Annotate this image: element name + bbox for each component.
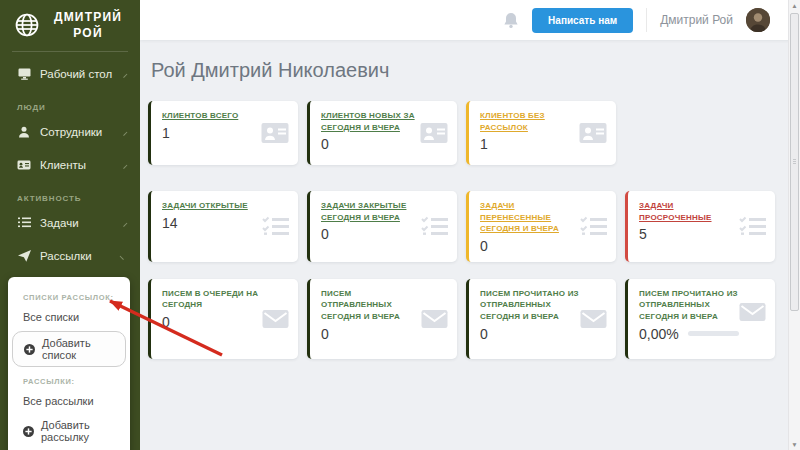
submenu-item-label: Все списки <box>23 311 79 323</box>
stat-card-tasks-open[interactable]: ЗАДАЧИ ОТКРЫТЫЕ 14 <box>148 191 298 262</box>
envelope-icon <box>739 303 766 322</box>
task-list-icon <box>739 216 766 237</box>
sidebar-item-tasks[interactable]: Задачи <box>0 206 140 239</box>
sidebar-item-label: Клиенты <box>40 159 86 171</box>
stat-card-value: 5 <box>639 226 739 242</box>
stat-card-title[interactable]: КЛИЕНТОВ НОВЫХ ЗА СЕГОДНЯ И ВЧЕРА <box>321 110 421 133</box>
submenu-item-add-list[interactable]: Добавить список <box>12 331 126 367</box>
stat-card-tasks-overdue[interactable]: ЗАДАЧИ ПРОСРОЧЕННЫЕ 5 <box>625 191 775 262</box>
stat-card-clients-new[interactable]: КЛИЕНТОВ НОВЫХ ЗА СЕГОДНЯ И ВЧЕРА 0 <box>307 101 457 165</box>
sidebar-section-activity: АКТИВНОСТЬ <box>0 181 140 206</box>
stat-card-letters-queued[interactable]: ПИСЕМ В ОЧЕРЕДИ НА СЕГОДНЯ 0 <box>148 279 298 359</box>
stat-card-letters-read-count[interactable]: ПИСЕМ ПРОЧИТАНО ИЗ ОТПРАВЛЕННЫХ СЕГОДНЯ … <box>466 279 616 359</box>
submenu-label-lists: СПИСКИ РАССЫЛОК: <box>8 285 130 305</box>
stat-card-title[interactable]: КЛИЕНТОВ ВСЕГО <box>162 110 262 122</box>
page-title: Рой Дмитрий Николаевич <box>151 59 800 82</box>
stat-card-title: ПИСЕМ ПРОЧИТАНО ИЗ ОТПРАВЛЕННЫХ СЕГОДНЯ … <box>480 288 580 323</box>
user-name[interactable]: Дмитрий Рой <box>660 13 733 27</box>
app-title: ДМИТРИЙ РОЙ <box>48 9 128 41</box>
chevron-right-icon <box>120 128 128 136</box>
id-card-icon <box>17 160 31 170</box>
envelope-icon <box>421 309 448 328</box>
task-list-icon <box>17 217 31 228</box>
stat-card-title: ПИСЕМ В ОЧЕРЕДИ НА СЕГОДНЯ <box>162 288 262 311</box>
sidebar-item-workspace[interactable]: Рабочий стол <box>0 57 140 90</box>
scrollbar-up-arrow[interactable]: ▲ <box>789 0 800 11</box>
submenu-item-all-lists[interactable]: Все списки <box>8 305 130 329</box>
stat-card-tasks-rescheduled[interactable]: ЗАДАЧИ ПЕРЕНЕСЕННЫЕ СЕГОДНЯ И ВЧЕРА 0 <box>466 191 616 262</box>
stat-card-value: 0 <box>480 326 580 342</box>
stat-card-value-row: 0,00% <box>639 326 739 342</box>
plus-circle-icon <box>23 426 34 437</box>
topbar-divider <box>646 8 647 32</box>
task-list-icon <box>421 216 448 237</box>
task-list-icon <box>580 216 607 237</box>
stat-card-row-clients: КЛИЕНТОВ ВСЕГО 1 КЛИЕНТОВ НОВЫХ ЗА СЕГОД… <box>148 101 800 165</box>
sidebar-item-clients[interactable]: Клиенты <box>0 148 140 181</box>
desktop-icon <box>17 68 31 80</box>
stat-card-title[interactable]: ЗАДАЧИ ПЕРЕНЕСЕННЫЕ СЕГОДНЯ И ВЧЕРА <box>480 200 580 235</box>
sidebar-item-label: Рассылки <box>40 250 92 262</box>
sidebar-item-label: Сотрудники <box>40 126 102 138</box>
stat-card-value: 0 <box>321 136 421 152</box>
stat-card-row-letters: ПИСЕМ В ОЧЕРЕДИ НА СЕГОДНЯ 0 ПИСЕМ ОТПРА… <box>148 279 800 359</box>
stat-card-title: ПИСЕМ ПРОЧИТАНО ИЗ ОТПРАВЛЕННЫХ СЕГОДНЯ … <box>639 288 739 323</box>
contact-us-button[interactable]: Написать нам <box>532 8 633 33</box>
chevron-down-icon <box>120 252 128 260</box>
task-list-icon <box>262 216 289 237</box>
bell-icon[interactable] <box>503 12 519 29</box>
stat-card-value: 0 <box>321 226 421 242</box>
sidebar: ДМИТРИЙ РОЙ Рабочий стол ЛЮДИ Сотрудники… <box>0 0 140 450</box>
topbar: Написать нам Дмитрий Рой <box>140 0 800 40</box>
vertical-scrollbar[interactable]: ▲ ▼ <box>788 0 800 450</box>
submenu-item-label: Все рассылки <box>23 395 94 407</box>
submenu-label-mailings: РАССЫЛКИ: <box>8 369 130 389</box>
avatar[interactable] <box>746 8 770 32</box>
stat-card-tasks-closed[interactable]: ЗАДАЧИ ЗАКРЫТЫЕ СЕГОДНЯ И ВЧЕРА 0 <box>307 191 457 262</box>
sidebar-item-label: Рабочий стол <box>40 68 112 80</box>
chevron-right-icon <box>120 70 128 78</box>
stat-card-value: 0 <box>162 314 262 330</box>
stat-card-clients-no-mailings[interactable]: КЛИЕНТОВ БЕЗ РАССЫЛОК 1 <box>466 101 616 165</box>
sidebar-section-people: ЛЮДИ <box>0 90 140 115</box>
stat-card-value: 1 <box>480 136 580 152</box>
chevron-right-icon <box>120 219 128 227</box>
chevron-right-icon <box>120 161 128 169</box>
stat-card-title[interactable]: ЗАДАЧИ ПРОСРОЧЕННЫЕ <box>639 200 739 223</box>
stat-card-letters-sent[interactable]: ПИСЕМ ОТПРАВЛЕННЫХ СЕГОДНЯ И ВЧЕРА 0 <box>307 279 457 359</box>
scrollbar-down-arrow[interactable]: ▼ <box>789 439 800 450</box>
stat-card-title: ПИСЕМ ОТПРАВЛЕННЫХ СЕГОДНЯ И ВЧЕРА <box>321 288 421 323</box>
submenu-item-label: Добавить список <box>42 337 114 361</box>
envelope-icon <box>262 309 289 328</box>
stat-card-letters-read-percent[interactable]: ПИСЕМ ПРОЧИТАНО ИЗ ОТПРАВЛЕННЫХ СЕГОДНЯ … <box>625 279 775 359</box>
submenu-item-all-mailings[interactable]: Все рассылки <box>8 389 130 413</box>
id-card-icon <box>579 123 607 144</box>
sidebar-divider <box>12 51 128 52</box>
dashboard: Рой Дмитрий Николаевич КЛИЕНТОВ ВСЕГО 1 … <box>140 40 800 450</box>
mailings-submenu: СПИСКИ РАССЫЛОК: Все списки Добавить спи… <box>8 277 130 450</box>
stat-card-value: 0 <box>321 326 421 342</box>
person-icon <box>17 126 31 138</box>
sidebar-item-mailings[interactable]: Рассылки <box>0 239 140 272</box>
scrollbar-thumb[interactable] <box>790 13 799 311</box>
id-card-icon <box>261 123 289 144</box>
sidebar-item-label: Задачи <box>40 217 79 229</box>
plus-circle-icon <box>24 344 35 355</box>
stat-card-title[interactable]: КЛИЕНТОВ БЕЗ РАССЫЛОК <box>480 110 580 133</box>
stat-card-clients-total[interactable]: КЛИЕНТОВ ВСЕГО 1 <box>148 101 298 165</box>
submenu-item-add-mailing[interactable]: Добавить рассылку <box>8 413 130 449</box>
app-logo[interactable]: ДМИТРИЙ РОЙ <box>0 0 140 48</box>
stat-card-row-tasks: ЗАДАЧИ ОТКРЫТЫЕ 14 ЗАДАЧИ ЗАКРЫТЫЕ СЕГОД… <box>148 191 800 262</box>
stat-card-title[interactable]: ЗАДАЧИ ЗАКРЫТЫЕ СЕГОДНЯ И ВЧЕРА <box>321 200 421 223</box>
stat-card-title[interactable]: ЗАДАЧИ ОТКРЫТЫЕ <box>162 200 262 212</box>
stat-card-value: 1 <box>162 125 262 141</box>
stat-card-value: 0 <box>480 238 580 254</box>
id-card-icon <box>420 123 448 144</box>
read-percent-progress-bar <box>688 331 739 336</box>
paper-plane-icon <box>17 250 31 262</box>
envelope-icon <box>580 309 607 328</box>
globe-icon <box>14 12 40 38</box>
stat-card-value: 0,00% <box>639 326 679 342</box>
stat-card-value: 14 <box>162 215 262 231</box>
sidebar-item-employees[interactable]: Сотрудники <box>0 115 140 148</box>
